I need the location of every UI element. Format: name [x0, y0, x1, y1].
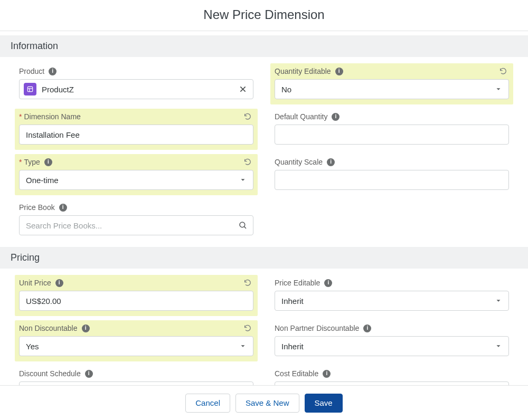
label-quantity-editable: Quantity Editable	[275, 67, 331, 75]
section-header-information: Information	[0, 35, 528, 57]
undo-icon[interactable]	[243, 323, 252, 333]
label-discount-schedule: Discount Schedule	[19, 369, 81, 378]
non-partner-discountable-select[interactable]: Inherit	[275, 336, 509, 356]
required-mark: *	[19, 112, 22, 121]
select-value: Yes	[26, 342, 39, 351]
price-book-search[interactable]	[19, 215, 253, 235]
field-non-partner-discountable: Non Partner Discountable i Inherit	[275, 323, 509, 361]
quantity-editable-select[interactable]: No	[275, 79, 509, 99]
svg-point-5	[240, 222, 245, 227]
undo-icon[interactable]	[498, 66, 508, 76]
select-value: One-time	[26, 176, 59, 185]
discount-schedule-search[interactable]	[19, 381, 253, 385]
section-header-pricing: Pricing	[0, 247, 528, 269]
field-type: * Type i One-time	[19, 157, 253, 195]
save-and-new-button[interactable]: Save & New	[235, 394, 299, 413]
info-icon[interactable]: i	[363, 324, 371, 332]
select-value: Inherit	[281, 297, 304, 306]
chevron-down-icon	[495, 85, 502, 93]
quantity-scale-text[interactable]	[281, 176, 502, 185]
price-editable-select[interactable]: Inherit	[275, 291, 509, 311]
label-default-quantity: Default Quantity	[275, 112, 327, 121]
info-icon[interactable]: i	[85, 370, 93, 378]
field-empty	[275, 203, 509, 235]
label-non-discountable: Non Discountable	[19, 324, 78, 332]
label-price-editable: Price Editable	[275, 279, 320, 287]
label-quantity-scale: Quantity Scale	[275, 158, 323, 166]
quantity-scale-input[interactable]	[275, 170, 509, 190]
cancel-button[interactable]: Cancel	[185, 394, 230, 413]
required-mark: *	[19, 158, 22, 166]
info-icon[interactable]: i	[44, 158, 52, 166]
price-book-input[interactable]	[26, 221, 238, 230]
dimension-name-input[interactable]	[19, 125, 253, 145]
type-select[interactable]: One-time	[19, 170, 253, 190]
field-unit-price: Unit Price i	[19, 278, 253, 316]
label-type: Type	[24, 158, 40, 166]
info-icon[interactable]: i	[49, 68, 56, 75]
save-button[interactable]: Save	[305, 394, 343, 413]
info-icon[interactable]: i	[327, 158, 335, 166]
info-icon[interactable]: i	[55, 279, 63, 287]
select-value: No	[281, 85, 291, 94]
svg-rect-0	[27, 87, 32, 91]
field-dimension-name: * Dimension Name	[19, 112, 253, 150]
page-title: New Price Dimension	[0, 0, 528, 31]
field-cost-editable: Cost Editable i Inherit	[275, 369, 509, 385]
default-quantity-text[interactable]	[281, 130, 502, 139]
non-discountable-select[interactable]: Yes	[19, 336, 253, 356]
info-icon[interactable]: i	[335, 68, 343, 75]
info-icon[interactable]: i	[324, 279, 332, 287]
label-unit-price: Unit Price	[19, 279, 51, 287]
product-lookup-text: ProductZ	[42, 85, 238, 94]
field-non-discountable: Non Discountable i Yes	[19, 323, 253, 361]
info-icon[interactable]: i	[59, 204, 67, 212]
chevron-down-icon	[495, 342, 502, 350]
undo-icon[interactable]	[243, 157, 252, 167]
label-product: Product	[19, 67, 44, 75]
product-lookup[interactable]: ProductZ	[19, 79, 253, 99]
label-non-partner-discountable: Non Partner Discountable	[275, 324, 359, 332]
search-icon[interactable]	[238, 221, 248, 230]
cost-editable-select[interactable]: Inherit	[275, 381, 509, 385]
default-quantity-input[interactable]	[275, 125, 509, 145]
select-value: Inherit	[281, 342, 304, 351]
product-entity-icon	[24, 83, 36, 96]
field-product: Product i ProductZ	[19, 66, 253, 104]
field-quantity-scale: Quantity Scale i	[275, 157, 509, 195]
field-default-quantity: Default Quantity i	[275, 112, 509, 150]
info-icon[interactable]: i	[323, 370, 331, 378]
svg-line-6	[244, 227, 246, 228]
label-dimension-name: Dimension Name	[24, 112, 80, 121]
title-divider	[0, 31, 528, 31]
label-cost-editable: Cost Editable	[275, 369, 318, 378]
field-price-editable: Price Editable i Inherit	[275, 278, 509, 316]
chevron-down-icon	[495, 297, 502, 304]
footer-bar: Cancel Save & New Save	[0, 385, 528, 420]
info-icon[interactable]: i	[332, 113, 340, 121]
field-discount-schedule: Discount Schedule i	[19, 369, 253, 385]
undo-icon[interactable]	[243, 112, 252, 121]
dimension-name-text[interactable]	[26, 130, 247, 139]
close-icon[interactable]	[238, 84, 248, 94]
unit-price-input[interactable]	[19, 291, 253, 311]
label-price-book: Price Book	[19, 203, 55, 212]
info-icon[interactable]: i	[82, 324, 90, 332]
chevron-down-icon	[239, 176, 247, 184]
field-price-book: Price Book i	[19, 203, 253, 235]
undo-icon[interactable]	[243, 278, 252, 288]
chevron-down-icon	[239, 342, 247, 350]
unit-price-text[interactable]	[26, 297, 247, 306]
field-quantity-editable: Quantity Editable i No	[275, 66, 509, 104]
